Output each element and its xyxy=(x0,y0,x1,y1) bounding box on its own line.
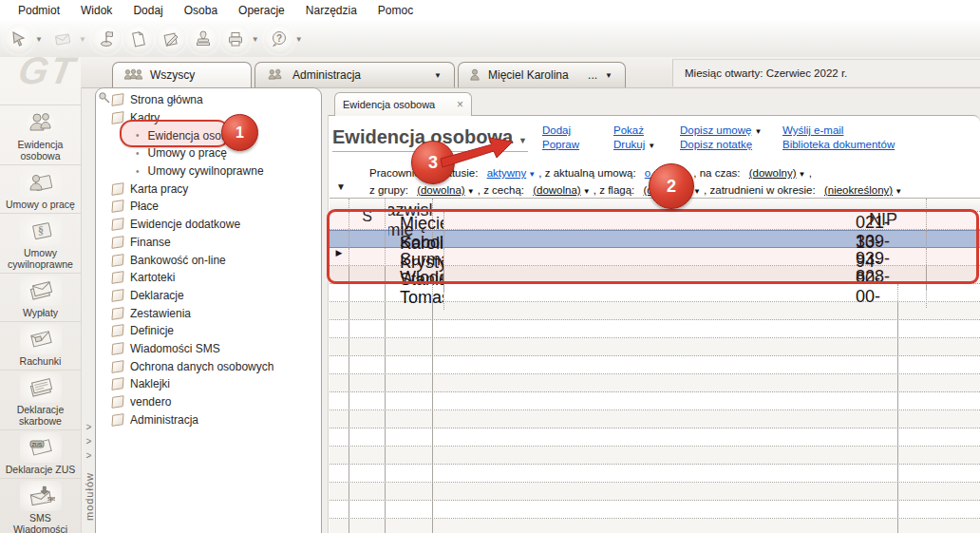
title-dropdown-icon[interactable]: ▼ xyxy=(518,136,527,145)
drukuj-link[interactable]: Drukuj▼ xyxy=(613,139,680,150)
tree-item-deklaracje[interactable]: Deklaracje xyxy=(96,287,321,305)
menu-narzedzia[interactable]: Narzędzia xyxy=(295,2,368,19)
tree-item-bankowosc-on-line[interactable]: Bankowość on-line xyxy=(96,251,321,269)
paragraph-document-icon: § xyxy=(20,216,62,246)
tab-administracja[interactable]: Administracja ▼ xyxy=(254,62,455,87)
wyslij-email-link[interactable]: Wyślij e-mail xyxy=(782,124,895,136)
group-filter-link[interactable]: (dowolna) xyxy=(417,184,465,196)
tree-item-strona-glowna[interactable]: Strona główna xyxy=(96,91,321,109)
dropdown-icon[interactable]: ▼ xyxy=(895,187,902,196)
tree-item-ochrona-danych-osobowych[interactable]: Ochrona danych osobowych xyxy=(96,357,321,375)
close-icon[interactable]: × xyxy=(457,98,463,111)
expand-chevron-icon[interactable]: > xyxy=(86,434,92,448)
tree-item-karta-pracy[interactable]: Karta pracy xyxy=(96,180,321,198)
tree-item-label: Umowy o pracę xyxy=(148,146,227,160)
flag-button[interactable] xyxy=(91,24,122,54)
tab-more[interactable]: ... xyxy=(588,68,597,82)
dropdown-icon[interactable]: ▼ xyxy=(754,127,762,136)
pointer-button[interactable]: ▼ xyxy=(4,24,46,54)
menu-widok[interactable]: Widok xyxy=(70,2,122,19)
envelope-icon xyxy=(20,324,62,354)
dropdown-icon[interactable]: ▼ xyxy=(467,187,475,196)
dodaj-link[interactable]: Dodaj xyxy=(542,124,613,136)
dropdown-icon[interactable]: ▼ xyxy=(583,187,591,196)
stamp-button[interactable] xyxy=(188,24,218,54)
tab-wszyscy[interactable]: Wszyscy xyxy=(112,62,252,87)
period-filter-link[interactable]: (nieokreślony) xyxy=(824,184,893,196)
sidebar-item-ewidencja-osobowa[interactable]: Ewidencja osobowa xyxy=(0,105,81,165)
sidebar-item-rachunki[interactable]: Rachunki xyxy=(0,322,81,371)
help-dropdown-icon[interactable]: ▼ xyxy=(295,35,303,44)
biblioteka-dokumentow-link[interactable]: Biblioteka dokumentów xyxy=(782,139,895,150)
sidebar-item-sms-wiadomosci-robocze[interactable]: SMS SMS Wiadomości robocze xyxy=(0,479,81,533)
dropdown-icon[interactable]: ▼ xyxy=(693,187,701,196)
sidebar-item-umowy-o-prace[interactable]: Umowy o pracę xyxy=(0,165,81,214)
tree-item-place[interactable]: Płace xyxy=(96,198,321,216)
menu-operacje[interactable]: Operacje xyxy=(228,2,295,19)
clock-icon xyxy=(111,182,123,196)
document-icon xyxy=(111,218,123,231)
sidebar-item-wyplaty[interactable]: Wypłaty xyxy=(0,274,81,322)
tree-item-label: Deklaracje xyxy=(130,289,184,302)
tree-item-umowy-cywilnoprawne[interactable]: •Umowy cywilnoprawne xyxy=(96,162,321,181)
tree-item-wiadomosci-sms[interactable]: Wiadomości SMS xyxy=(96,340,321,358)
svg-text:§: § xyxy=(38,224,44,238)
toolbar: ▼ ▼ ▼ ? ▼ xyxy=(0,21,980,57)
menu-dodaj[interactable]: Dodaj xyxy=(122,2,173,19)
action-links: Dodaj Popraw Pokaż Drukuj▼ Dopisz umowę▼… xyxy=(542,124,895,150)
menu-pomoc[interactable]: Pomoc xyxy=(368,2,424,19)
tree-item-finanse[interactable]: Finanse xyxy=(96,234,321,252)
document-tab-ewidencja-osobowa[interactable]: Ewidencja osobowa × xyxy=(334,92,472,116)
sidebar-item-label: SMS Wiadomości robocze xyxy=(2,512,79,533)
zus-document-icon: ZUS xyxy=(20,432,62,463)
expand-chevron-icon[interactable]: > xyxy=(86,420,92,434)
menu-podmiot[interactable]: Podmiot xyxy=(8,2,70,19)
person-document-icon xyxy=(20,167,62,198)
dropdown-icon[interactable]: ▼ xyxy=(799,170,806,179)
print-dropdown-icon[interactable]: ▼ xyxy=(252,35,259,44)
pointer-dropdown-icon[interactable]: ▼ xyxy=(35,35,43,44)
tree-item-zestawienia[interactable]: Zestawienia xyxy=(96,304,321,322)
send-button[interactable]: ▼ xyxy=(47,24,89,54)
send-dropdown-icon[interactable]: ▼ xyxy=(79,35,86,44)
tab-mieciel-karolina[interactable]: Mięciel Karolina ... ▼ xyxy=(458,62,626,87)
sidebar-item-umowy-cywilnoprawne[interactable]: § Umowy cywilnoprawne xyxy=(0,214,81,274)
dropdown-icon[interactable]: ▼ xyxy=(648,142,655,150)
annotation-step-2: 2 xyxy=(649,163,694,209)
filter-collapse-icon[interactable]: ▼ xyxy=(336,181,346,192)
sidebar-item-deklaracje-zus[interactable]: ZUS Deklaracje ZUS xyxy=(0,430,81,479)
tree-item-label: Zestawienia xyxy=(130,307,191,320)
module-strip-label: modułów xyxy=(84,472,95,521)
money-icon xyxy=(111,200,123,214)
pokaz-link[interactable]: Pokaż xyxy=(613,124,680,136)
dopisz-notatke-link[interactable]: Dopisz notatkę xyxy=(680,139,782,150)
documents-stack-icon xyxy=(20,372,62,403)
people-icon xyxy=(20,107,62,138)
tree-item-administracja[interactable]: Administracja xyxy=(96,410,321,428)
term-filter-link[interactable]: (dowolny) xyxy=(749,167,797,179)
new-document-button[interactable] xyxy=(123,24,154,54)
filter-label: , z flagą: xyxy=(594,184,634,196)
tab-dropdown-icon[interactable]: ▼ xyxy=(434,71,442,80)
trait-filter-link[interactable]: (dowolna) xyxy=(533,184,581,196)
print-button[interactable]: ▼ xyxy=(220,24,262,54)
menu-osoba[interactable]: Osoba xyxy=(174,2,228,19)
tree-item-vendero[interactable]: vendero xyxy=(96,393,321,411)
tab-dropdown-icon[interactable]: ▼ xyxy=(605,71,612,80)
expand-chevron-icon[interactable]: > xyxy=(86,448,92,463)
tree-item-naklejki[interactable]: Naklejki xyxy=(96,375,321,393)
edit-document-button[interactable] xyxy=(156,24,186,54)
svg-text:?: ? xyxy=(276,33,282,44)
help-button[interactable]: ? ▼ xyxy=(264,24,306,54)
labels-icon xyxy=(111,378,123,391)
pin-icon[interactable] xyxy=(98,91,110,104)
tree-item-kartoteki[interactable]: Kartoteki xyxy=(96,269,321,287)
tree-item-label: Ewidencje dodatkowe xyxy=(130,218,240,231)
sidebar-item-deklaracje-skarbowe[interactable]: Deklaracje skarbowe xyxy=(0,371,81,430)
tree-item-definicje[interactable]: Definicje xyxy=(96,322,321,340)
popraw-link[interactable]: Popraw xyxy=(542,139,613,150)
dropdown-icon[interactable]: ▼ xyxy=(528,170,536,179)
tree-item-ewidencje-dodatkowe[interactable]: Ewidencje dodatkowe xyxy=(96,216,321,234)
send-icon xyxy=(47,24,78,54)
dopisz-umowe-link[interactable]: Dopisz umowę▼ xyxy=(680,124,782,136)
